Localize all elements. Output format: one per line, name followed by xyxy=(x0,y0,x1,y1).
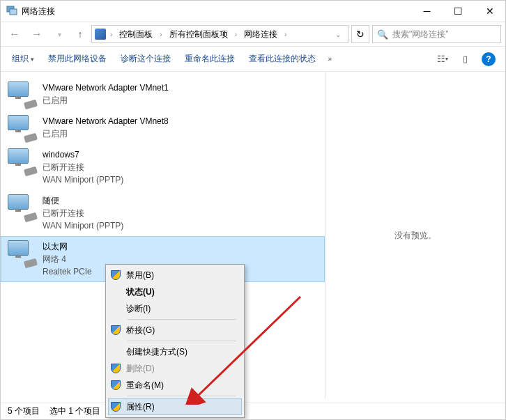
network-adapter-icon xyxy=(8,240,36,265)
preview-pane: 没有预览。 xyxy=(325,72,505,399)
list-item[interactable]: VMware Network Adapter VMnet8 已启用 xyxy=(1,111,325,144)
status-bar: 5 个项目 选中 1 个项目 xyxy=(1,403,505,419)
connection-name: 以太网 xyxy=(43,240,318,253)
list-item-info: VMware Network Adapter VMnet1 已启用 xyxy=(43,81,318,107)
disable-device-button[interactable]: 禁用此网络设备 xyxy=(43,50,112,68)
content-area: VMware Network Adapter VMnet1 已启用 VMware… xyxy=(1,72,505,399)
title-bar: 网络连接 ─ ☐ ✕ xyxy=(1,1,505,22)
breadcrumb-item[interactable]: 网络连接 xyxy=(241,27,280,42)
breadcrumb-separator: › xyxy=(283,31,288,38)
command-bar: 组织 禁用此网络设备 诊断这个连接 重命名此连接 查看此连接的状态 » ☷▾ ▯… xyxy=(1,47,505,72)
connection-status: 已断开连接 xyxy=(43,207,318,219)
list-item-info: windows7 已断开连接 WAN Miniport (PPTP) xyxy=(43,148,318,186)
overflow-chevron[interactable]: » xyxy=(324,55,337,63)
preview-empty-text: 没有预览。 xyxy=(394,230,436,242)
list-item[interactable]: windows7 已断开连接 WAN Miniport (PPTP) xyxy=(1,144,325,190)
address-dropdown-icon[interactable]: ⌄ xyxy=(331,31,345,38)
connection-name: windows7 xyxy=(43,148,318,161)
shield-icon xyxy=(111,402,121,412)
ctx-rename[interactable]: 重命名(M) xyxy=(108,377,242,394)
ctx-diagnose[interactable]: 诊断(I) xyxy=(108,300,242,317)
app-icon xyxy=(6,6,17,17)
list-item-info: VMware Network Adapter VMnet8 已启用 xyxy=(43,115,318,140)
window-title: 网络连接 xyxy=(22,6,411,17)
organize-menu[interactable]: 组织 xyxy=(6,50,40,68)
navigation-bar: ← → ▾ ↑ › 控制面板 › 所有控制面板项 › 网络连接 › ⌄ ↻ 🔍 … xyxy=(1,22,505,47)
network-adapter-icon xyxy=(8,148,36,173)
network-adapter-icon xyxy=(8,194,36,219)
close-button[interactable]: ✕ xyxy=(474,1,505,22)
connection-status: 已断开连接 xyxy=(43,161,318,173)
item-count: 5 个项目 xyxy=(8,405,40,417)
back-button[interactable]: ← xyxy=(5,24,24,44)
breadcrumb-separator: › xyxy=(233,31,238,38)
ctx-bridge[interactable]: 桥接(G) xyxy=(108,322,242,339)
ctx-properties[interactable]: 属性(R) xyxy=(108,398,242,415)
refresh-button[interactable]: ↻ xyxy=(351,25,369,43)
menu-separator xyxy=(128,341,236,341)
shield-icon xyxy=(111,364,121,373)
connection-name: VMware Network Adapter VMnet8 xyxy=(43,115,318,127)
network-adapter-icon xyxy=(8,115,36,140)
address-bar[interactable]: › 控制面板 › 所有控制面板项 › 网络连接 › ⌄ xyxy=(91,25,348,43)
breadcrumb-separator: › xyxy=(158,31,163,38)
minimize-button[interactable]: ─ xyxy=(411,1,443,22)
breadcrumb-separator: › xyxy=(109,31,114,38)
forward-button[interactable]: → xyxy=(27,24,47,44)
menu-separator xyxy=(128,319,236,320)
connection-device: WAN Miniport (PPTP) xyxy=(43,173,318,186)
help-button[interactable]: ? xyxy=(482,52,496,66)
ctx-delete: 删除(D) xyxy=(108,360,242,377)
shield-icon xyxy=(111,380,121,390)
rename-button[interactable]: 重命名此连接 xyxy=(179,50,240,68)
svg-rect-1 xyxy=(10,9,17,15)
search-placeholder: 搜索"网络连接" xyxy=(392,29,449,40)
list-item[interactable]: 随便 已断开连接 WAN Miniport (PPTP) xyxy=(1,190,325,236)
up-button[interactable]: ↑ xyxy=(72,26,89,42)
ctx-status[interactable]: 状态(U) xyxy=(108,283,242,300)
search-input[interactable]: 🔍 搜索"网络连接" xyxy=(372,25,501,43)
connection-name: 随便 xyxy=(43,194,318,207)
search-icon: 🔍 xyxy=(377,29,388,40)
history-dropdown[interactable]: ▾ xyxy=(49,24,69,44)
connection-status: 已启用 xyxy=(43,94,318,107)
network-adapter-icon xyxy=(8,81,36,107)
view-status-button[interactable]: 查看此连接的状态 xyxy=(243,50,321,68)
connection-name: VMware Network Adapter VMnet1 xyxy=(43,81,318,94)
list-item-info: 随便 已断开连接 WAN Miniport (PPTP) xyxy=(43,194,318,232)
preview-pane-button[interactable]: ▯ xyxy=(455,51,475,68)
location-icon xyxy=(95,29,106,40)
maximize-button[interactable]: ☐ xyxy=(443,1,474,22)
shield-icon xyxy=(111,270,121,280)
connection-status: 已启用 xyxy=(43,127,318,140)
context-menu: 禁用(B) 状态(U) 诊断(I) 桥接(G) 创建快捷方式(S) 删除(D) … xyxy=(105,264,245,418)
diagnose-button[interactable]: 诊断这个连接 xyxy=(115,50,176,68)
view-options-button[interactable]: ☷▾ xyxy=(433,51,452,68)
ctx-disable[interactable]: 禁用(B) xyxy=(108,267,242,283)
window-controls: ─ ☐ ✕ xyxy=(411,1,505,22)
breadcrumb-item[interactable]: 控制面板 xyxy=(116,27,155,42)
breadcrumb-item[interactable]: 所有控制面板项 xyxy=(167,27,231,42)
shield-icon xyxy=(111,325,121,335)
selection-count: 选中 1 个项目 xyxy=(49,405,100,417)
connection-device: WAN Miniport (PPTP) xyxy=(43,219,318,232)
menu-separator xyxy=(128,396,236,396)
ctx-shortcut[interactable]: 创建快捷方式(S) xyxy=(108,343,242,360)
list-item[interactable]: VMware Network Adapter VMnet1 已启用 xyxy=(1,77,325,111)
